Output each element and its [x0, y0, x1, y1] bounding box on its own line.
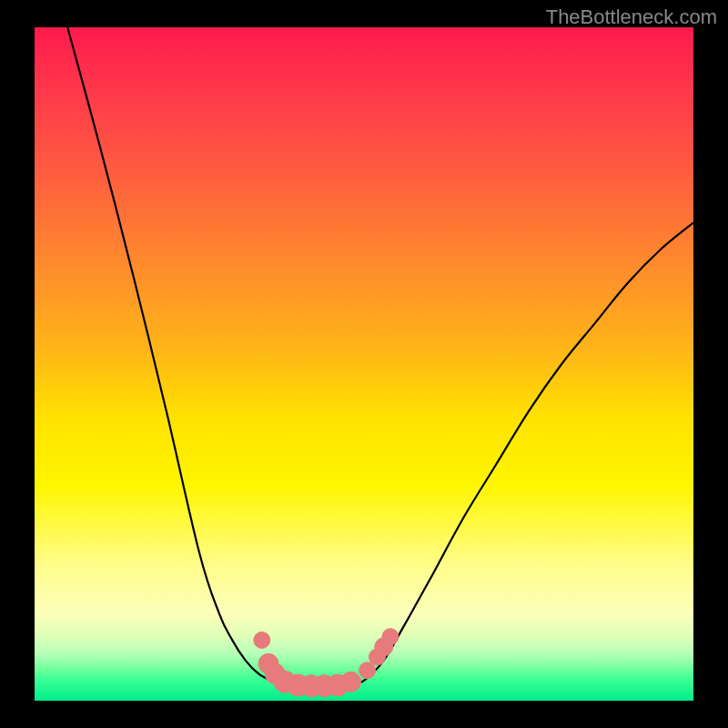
marker-point [341, 672, 361, 692]
chart-plot-area [35, 27, 693, 701]
curve-curve-left [67, 27, 285, 684]
marker-point [382, 629, 399, 645]
marker-point [359, 662, 376, 679]
curve-curve-right [351, 223, 693, 684]
watermark-text: TheBottleneck.com [546, 5, 717, 29]
chart-svg [35, 27, 693, 701]
marker-point [254, 632, 270, 648]
